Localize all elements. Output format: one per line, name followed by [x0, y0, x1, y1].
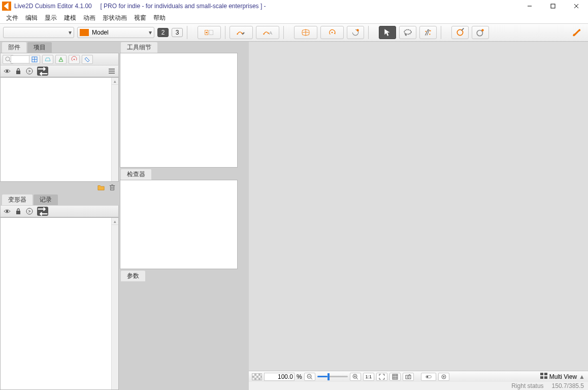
filter-mesh-button[interactable] — [29, 55, 40, 64]
app-logo-icon — [2, 2, 11, 11]
record-options-icon — [441, 374, 447, 380]
filter-rotation-button[interactable] — [69, 55, 80, 64]
filter-artmesh-button[interactable] — [55, 55, 67, 64]
glue-icon — [351, 28, 360, 37]
draw-brush-button[interactable] — [568, 26, 585, 39]
lasso-tool-button[interactable] — [399, 26, 416, 39]
expand-toggle[interactable] — [26, 208, 33, 215]
dock-gutter[interactable] — [239, 42, 249, 390]
menu-help[interactable]: 帮助 — [150, 13, 169, 23]
minimize-button[interactable] — [518, 0, 541, 12]
bounds-tool-button[interactable] — [198, 26, 221, 39]
titlebar: Live2D Cubism Editor 4.1.00 [ PRO for in… — [0, 0, 588, 12]
deformer-view-row — [0, 205, 119, 217]
folder-icon — [97, 184, 105, 191]
zoom-slider[interactable] — [317, 373, 348, 380]
tab-project[interactable]: 项目 — [27, 42, 52, 53]
arrow-icon — [383, 28, 392, 37]
multiview-grid-button[interactable] — [540, 373, 547, 380]
grid-toggle-button[interactable] — [389, 373, 401, 381]
deformer-tree[interactable]: ▴ — [0, 217, 119, 390]
svg-point-15 — [425, 31, 426, 32]
zoom-out-button[interactable] — [304, 373, 315, 381]
tab-tool-detail[interactable]: 工具细节 — [121, 42, 157, 53]
swap-mode-button[interactable] — [37, 67, 48, 76]
rotation-deformer-button[interactable] — [320, 26, 344, 39]
menu-file[interactable]: 文件 — [3, 13, 21, 23]
target-selector[interactable]: ▾ — [3, 27, 74, 38]
transform-path-button[interactable] — [451, 26, 469, 39]
scrollbar[interactable]: ▴ — [111, 78, 118, 181]
lock-toggle[interactable] — [15, 68, 22, 75]
svg-point-14 — [404, 29, 411, 34]
path-auto-button[interactable]: AUTO — [256, 26, 279, 39]
menu-form-anim[interactable]: 形状动画 — [100, 13, 130, 23]
scrollbar[interactable]: ▴ — [111, 218, 118, 389]
menu-window[interactable]: 视窗 — [131, 13, 149, 23]
tab-inspector[interactable]: 检查器 — [121, 169, 151, 180]
zoom-input[interactable] — [264, 373, 295, 381]
record-toggle-button[interactable] — [421, 373, 436, 381]
inspector-panel — [120, 180, 238, 269]
parts-tool-row — [0, 53, 119, 65]
transform-brush-button[interactable] — [472, 26, 489, 39]
svg-point-20 — [481, 29, 484, 31]
tab-deformer[interactable]: 变形器 — [2, 194, 32, 205]
viewport[interactable] — [249, 42, 588, 371]
level-3-button[interactable]: 3 — [172, 28, 183, 37]
menu-animation[interactable]: 动画 — [80, 13, 99, 23]
snapshot-button[interactable] — [403, 373, 414, 381]
mode-selector[interactable]: Model ▾ — [77, 27, 154, 38]
maximize-button[interactable] — [541, 0, 565, 12]
record-options-button[interactable] — [438, 373, 449, 381]
glue-filter-icon — [84, 56, 91, 63]
folder-button[interactable] — [97, 184, 105, 192]
lock-toggle[interactable] — [15, 208, 22, 215]
brush-icon — [572, 28, 581, 37]
parts-panel-tabs: 部件 项目 — [0, 42, 119, 53]
svg-point-9 — [263, 34, 264, 35]
collapse-up-icon[interactable]: ▲ — [579, 373, 585, 380]
menu-display[interactable]: 显示 — [42, 13, 60, 23]
canvas-dock: % 1:1 Multi View ▲ Right status 150.7/38… — [249, 42, 588, 390]
expand-toggle[interactable] — [26, 68, 33, 75]
svg-rect-6 — [209, 30, 213, 35]
filter-deformer-button[interactable] — [42, 55, 53, 64]
panel-menu-button[interactable] — [108, 68, 115, 75]
svg-rect-60 — [540, 373, 543, 375]
brush-select-button[interactable] — [419, 26, 437, 39]
menu-modeling[interactable]: 建模 — [61, 13, 79, 23]
tab-parameter[interactable]: 参数 — [121, 271, 145, 281]
transparency-toggle[interactable] — [252, 373, 262, 380]
fit-screen-button[interactable] — [376, 373, 387, 381]
level-2-button[interactable]: 2 — [157, 28, 169, 37]
tab-log[interactable]: 记录 — [34, 194, 58, 205]
close-button[interactable] — [565, 0, 588, 12]
glue-tool-button[interactable] — [347, 26, 364, 39]
trash-button[interactable] — [109, 184, 116, 192]
swap-mode-button[interactable] — [37, 207, 48, 216]
menu-edit[interactable]: 编辑 — [22, 13, 41, 23]
actual-size-button[interactable]: 1:1 — [363, 373, 374, 381]
chevron-circle-icon — [26, 208, 33, 215]
lock-icon — [15, 68, 22, 75]
status-coords: 150.7/385.5 — [552, 382, 584, 389]
deformer-grid-button[interactable] — [294, 26, 317, 39]
svg-point-19 — [477, 30, 482, 36]
parts-tree[interactable]: ▴ — [0, 77, 119, 182]
multiview-label[interactable]: Multi View — [549, 373, 577, 380]
trash-icon — [109, 184, 116, 191]
filter-glue-button[interactable] — [82, 55, 93, 64]
visibility-toggle[interactable] — [4, 208, 11, 215]
toggle-icon — [426, 374, 432, 380]
app-title: Live2D Cubism Editor 4.1.00 [ PRO for in… — [14, 3, 266, 10]
multiview-grid-icon — [540, 373, 547, 379]
arrow-tool-button[interactable] — [379, 26, 396, 39]
pen-tool-button[interactable] — [230, 26, 253, 39]
parameter-panel — [120, 281, 238, 389]
eye-icon — [4, 208, 11, 215]
visibility-toggle[interactable] — [4, 68, 11, 75]
svg-point-59 — [443, 376, 445, 377]
tab-parts[interactable]: 部件 — [2, 42, 26, 53]
zoom-in-button[interactable] — [350, 373, 361, 381]
